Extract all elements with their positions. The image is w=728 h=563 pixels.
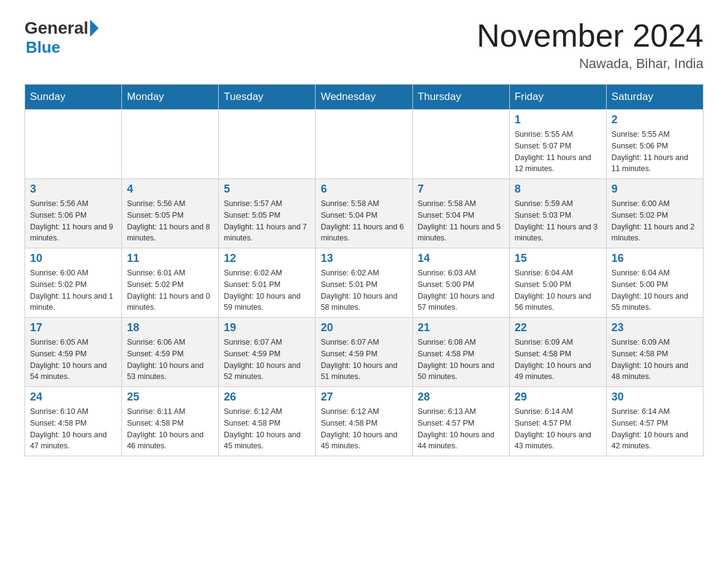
day-number: 8 — [515, 183, 601, 196]
calendar-week-row: 17Sunrise: 6:05 AMSunset: 4:59 PMDayligh… — [25, 318, 703, 387]
day-number: 2 — [612, 113, 698, 126]
calendar-cell: 28Sunrise: 6:13 AMSunset: 4:57 PMDayligh… — [412, 387, 509, 456]
day-info: Sunrise: 6:13 AMSunset: 4:57 PMDaylight:… — [418, 406, 504, 452]
day-number: 30 — [612, 391, 698, 404]
day-number: 5 — [224, 183, 310, 196]
calendar-cell: 1Sunrise: 5:55 AMSunset: 5:07 PMDaylight… — [509, 110, 606, 179]
day-number: 23 — [612, 321, 698, 334]
day-number: 27 — [320, 391, 407, 404]
day-info: Sunrise: 5:56 AMSunset: 5:05 PMDaylight:… — [127, 198, 213, 244]
calendar-cell: 18Sunrise: 6:06 AMSunset: 4:59 PMDayligh… — [122, 318, 219, 387]
calendar-cell: 30Sunrise: 6:14 AMSunset: 4:57 PMDayligh… — [606, 387, 703, 456]
day-info: Sunrise: 6:08 AMSunset: 4:58 PMDaylight:… — [418, 337, 504, 383]
day-info: Sunrise: 6:14 AMSunset: 4:57 PMDaylight:… — [515, 406, 601, 452]
calendar-cell: 4Sunrise: 5:56 AMSunset: 5:05 PMDaylight… — [122, 179, 219, 248]
logo-general-text: General — [25, 18, 88, 38]
calendar-cell: 23Sunrise: 6:09 AMSunset: 4:58 PMDayligh… — [606, 318, 703, 387]
calendar-cell: 22Sunrise: 6:09 AMSunset: 4:58 PMDayligh… — [509, 318, 606, 387]
calendar-cell: 27Sunrise: 6:12 AMSunset: 4:58 PMDayligh… — [316, 387, 412, 456]
day-info: Sunrise: 5:59 AMSunset: 5:03 PMDaylight:… — [515, 198, 601, 244]
day-number: 10 — [30, 252, 116, 265]
calendar-cell: 10Sunrise: 6:00 AMSunset: 5:02 PMDayligh… — [25, 248, 122, 318]
calendar-cell: 26Sunrise: 6:12 AMSunset: 4:58 PMDayligh… — [219, 387, 316, 456]
day-number: 7 — [418, 183, 504, 196]
weekday-header-wednesday: Wednesday — [316, 85, 412, 110]
day-info: Sunrise: 6:02 AMSunset: 5:01 PMDaylight:… — [320, 267, 407, 313]
day-info: Sunrise: 6:12 AMSunset: 4:58 PMDaylight:… — [224, 406, 310, 452]
calendar-cell: 13Sunrise: 6:02 AMSunset: 5:01 PMDayligh… — [316, 248, 412, 318]
calendar-cell — [412, 110, 509, 179]
logo-blue-text: Blue — [26, 38, 99, 57]
day-info: Sunrise: 6:06 AMSunset: 4:59 PMDaylight:… — [127, 337, 213, 383]
weekday-header-saturday: Saturday — [606, 85, 703, 110]
weekday-header-tuesday: Tuesday — [219, 85, 316, 110]
calendar-cell: 8Sunrise: 5:59 AMSunset: 5:03 PMDaylight… — [509, 179, 606, 248]
calendar-cell: 15Sunrise: 6:04 AMSunset: 5:00 PMDayligh… — [509, 248, 606, 318]
calendar-cell: 3Sunrise: 5:56 AMSunset: 5:06 PMDaylight… — [25, 179, 122, 248]
day-info: Sunrise: 6:10 AMSunset: 4:58 PMDaylight:… — [30, 406, 116, 452]
day-number: 11 — [127, 252, 213, 265]
day-info: Sunrise: 6:05 AMSunset: 4:59 PMDaylight:… — [30, 337, 116, 383]
day-info: Sunrise: 6:09 AMSunset: 4:58 PMDaylight:… — [515, 337, 601, 383]
calendar-cell — [122, 110, 219, 179]
weekday-header-thursday: Thursday — [412, 85, 509, 110]
logo-triangle-icon — [90, 20, 99, 37]
weekday-header-friday: Friday — [509, 85, 606, 110]
day-info: Sunrise: 6:00 AMSunset: 5:02 PMDaylight:… — [30, 267, 116, 313]
day-number: 18 — [127, 321, 213, 334]
day-info: Sunrise: 6:14 AMSunset: 4:57 PMDaylight:… — [612, 406, 698, 452]
calendar-cell: 20Sunrise: 6:07 AMSunset: 4:59 PMDayligh… — [316, 318, 412, 387]
location-text: Nawada, Bihar, India — [477, 56, 703, 72]
day-number: 6 — [320, 183, 407, 196]
calendar-week-row: 10Sunrise: 6:00 AMSunset: 5:02 PMDayligh… — [25, 248, 703, 318]
weekday-header-monday: Monday — [122, 85, 219, 110]
day-info: Sunrise: 6:00 AMSunset: 5:02 PMDaylight:… — [612, 198, 698, 244]
calendar-cell: 14Sunrise: 6:03 AMSunset: 5:00 PMDayligh… — [412, 248, 509, 318]
day-number: 25 — [127, 391, 213, 404]
day-info: Sunrise: 6:07 AMSunset: 4:59 PMDaylight:… — [224, 337, 310, 383]
day-info: Sunrise: 6:09 AMSunset: 4:58 PMDaylight:… — [612, 337, 698, 383]
calendar-cell — [25, 110, 122, 179]
calendar-cell: 24Sunrise: 6:10 AMSunset: 4:58 PMDayligh… — [25, 387, 122, 456]
day-number: 16 — [612, 252, 698, 265]
calendar-cell: 7Sunrise: 5:58 AMSunset: 5:04 PMDaylight… — [412, 179, 509, 248]
day-info: Sunrise: 5:58 AMSunset: 5:04 PMDaylight:… — [418, 198, 504, 244]
page-header: General Blue November 2024 Nawada, Bihar… — [25, 18, 703, 72]
calendar-cell: 5Sunrise: 5:57 AMSunset: 5:05 PMDaylight… — [219, 179, 316, 248]
calendar-cell: 2Sunrise: 5:55 AMSunset: 5:06 PMDaylight… — [606, 110, 703, 179]
day-info: Sunrise: 6:12 AMSunset: 4:58 PMDaylight:… — [320, 406, 407, 452]
day-number: 28 — [418, 391, 504, 404]
day-info: Sunrise: 5:55 AMSunset: 5:07 PMDaylight:… — [515, 129, 601, 175]
logo: General Blue — [25, 18, 99, 57]
day-number: 20 — [320, 321, 407, 334]
calendar-cell: 17Sunrise: 6:05 AMSunset: 4:59 PMDayligh… — [25, 318, 122, 387]
day-info: Sunrise: 6:07 AMSunset: 4:59 PMDaylight:… — [320, 337, 407, 383]
day-info: Sunrise: 5:58 AMSunset: 5:04 PMDaylight:… — [320, 198, 407, 244]
day-info: Sunrise: 5:57 AMSunset: 5:05 PMDaylight:… — [224, 198, 310, 244]
day-number: 14 — [418, 252, 504, 265]
calendar-week-row: 3Sunrise: 5:56 AMSunset: 5:06 PMDaylight… — [25, 179, 703, 248]
day-number: 17 — [30, 321, 116, 334]
day-info: Sunrise: 6:04 AMSunset: 5:00 PMDaylight:… — [515, 267, 601, 313]
calendar-cell — [316, 110, 412, 179]
calendar-cell: 12Sunrise: 6:02 AMSunset: 5:01 PMDayligh… — [219, 248, 316, 318]
calendar-cell: 19Sunrise: 6:07 AMSunset: 4:59 PMDayligh… — [219, 318, 316, 387]
day-info: Sunrise: 6:04 AMSunset: 5:00 PMDaylight:… — [612, 267, 698, 313]
calendar-cell — [219, 110, 316, 179]
day-info: Sunrise: 5:56 AMSunset: 5:06 PMDaylight:… — [30, 198, 116, 244]
month-title: November 2024 — [477, 18, 703, 53]
day-info: Sunrise: 6:03 AMSunset: 5:00 PMDaylight:… — [418, 267, 504, 313]
calendar-cell: 16Sunrise: 6:04 AMSunset: 5:00 PMDayligh… — [606, 248, 703, 318]
calendar-week-row: 24Sunrise: 6:10 AMSunset: 4:58 PMDayligh… — [25, 387, 703, 456]
day-number: 3 — [30, 183, 116, 196]
day-number: 19 — [224, 321, 310, 334]
calendar-cell: 25Sunrise: 6:11 AMSunset: 4:58 PMDayligh… — [122, 387, 219, 456]
day-info: Sunrise: 6:11 AMSunset: 4:58 PMDaylight:… — [127, 406, 213, 452]
title-section: November 2024 Nawada, Bihar, India — [477, 18, 703, 72]
day-number: 29 — [515, 391, 601, 404]
day-number: 24 — [30, 391, 116, 404]
calendar-cell: 6Sunrise: 5:58 AMSunset: 5:04 PMDaylight… — [316, 179, 412, 248]
day-info: Sunrise: 6:01 AMSunset: 5:02 PMDaylight:… — [127, 267, 213, 313]
day-number: 22 — [515, 321, 601, 334]
weekday-header-row: SundayMondayTuesdayWednesdayThursdayFrid… — [25, 85, 703, 110]
